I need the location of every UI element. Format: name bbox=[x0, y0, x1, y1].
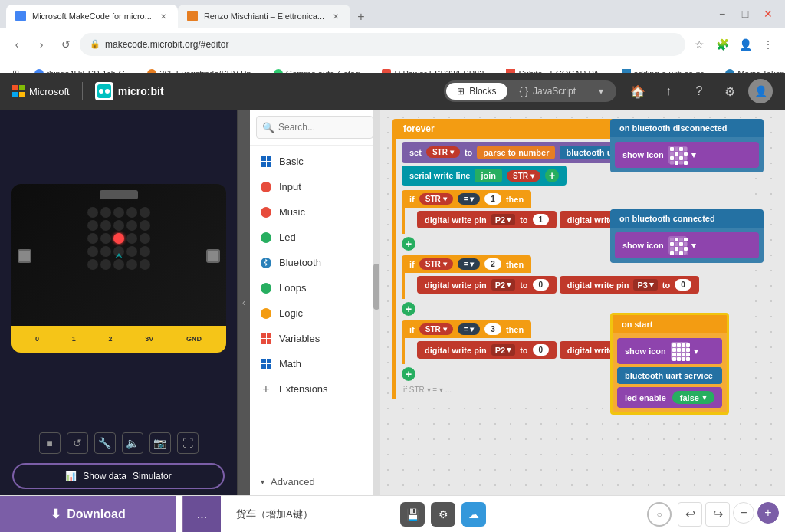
digital-write-p2-2: digital write pin P2▾ to 0 bbox=[417, 276, 557, 294]
download-button[interactable]: ⬇ Download bbox=[0, 496, 176, 533]
close-button[interactable]: ✕ bbox=[757, 3, 779, 25]
scroll-indicator bbox=[373, 110, 379, 495]
tab-inactive[interactable]: Renzo Mischianti – Elettronica... ✕ bbox=[178, 5, 350, 28]
music-icon bbox=[261, 207, 271, 218]
download-more-button[interactable]: ... bbox=[182, 496, 221, 533]
screenshot-button[interactable]: 📷 bbox=[149, 432, 171, 454]
p2-dropdown-2: P2▾ bbox=[491, 279, 515, 291]
icon-preview-start bbox=[671, 342, 689, 360]
icon-dropdown-start[interactable]: ▾ bbox=[694, 346, 698, 356]
expand-collapse-handle[interactable]: ‹ bbox=[238, 110, 250, 495]
show-data-label: Show data bbox=[83, 471, 126, 481]
board-button-a[interactable] bbox=[18, 249, 31, 263]
led-0-0 bbox=[87, 207, 98, 218]
block-editor[interactable]: forever set STR ▾ to bbox=[380, 110, 785, 495]
minimize-button[interactable]: − bbox=[711, 3, 733, 25]
sidebar-advanced[interactable]: ▾ Advanced bbox=[250, 468, 379, 495]
sidebar-item-music[interactable]: Music bbox=[250, 199, 379, 225]
javascript-mode-button[interactable]: { } JavaScript bbox=[509, 83, 586, 100]
sidebar-item-basic[interactable]: Basic bbox=[250, 149, 379, 174]
back-button[interactable]: ‹ bbox=[6, 34, 28, 55]
sidebar-item-loops[interactable]: Loops bbox=[250, 275, 379, 300]
p3-dropdown-2: P3▾ bbox=[633, 279, 657, 291]
header-divider bbox=[82, 82, 83, 100]
sidebar-item-bluetooth[interactable]: Bluetooth bbox=[250, 250, 379, 275]
board-button-b[interactable] bbox=[206, 249, 220, 263]
sidebar-item-extensions[interactable]: + Extensions bbox=[250, 376, 379, 402]
str-var-if3: STR▾ bbox=[419, 323, 453, 335]
forward-button[interactable]: › bbox=[31, 34, 52, 55]
sidebar-item-input[interactable]: Input bbox=[250, 174, 379, 199]
if-1-header: if STR▾ = ▾ 1 then bbox=[402, 190, 531, 208]
browser-controls: ‹ › ↺ 🔒 makecode.microbit.org/#editor ☆ … bbox=[0, 28, 785, 61]
save-icon[interactable]: 💾 bbox=[400, 502, 425, 527]
tab-bar: Microsoft MakeCode for micro... ✕ Renzo … bbox=[0, 0, 785, 28]
val-0-p2-2: 0 bbox=[533, 279, 550, 291]
zoom-out-button[interactable]: − bbox=[733, 502, 754, 524]
tab-close-2[interactable]: ✕ bbox=[330, 11, 341, 21]
redo-button[interactable]: ↪ bbox=[705, 502, 730, 527]
dropdown-mode-button[interactable]: ▾ bbox=[588, 83, 614, 100]
str-var-if1: STR▾ bbox=[419, 193, 453, 205]
show-icon-label-start: show icon bbox=[625, 346, 666, 356]
sidebar-item-variables[interactable]: Variables bbox=[250, 326, 379, 351]
blocks-canvas[interactable]: forever set STR ▾ to bbox=[380, 110, 785, 495]
new-tab-button[interactable]: + bbox=[350, 6, 372, 28]
join-block: join bbox=[475, 169, 502, 182]
scroll-thumb[interactable] bbox=[373, 264, 379, 310]
stop-button[interactable]: ■ bbox=[39, 432, 61, 454]
home-button[interactable]: 🏠 bbox=[626, 79, 650, 103]
bar-chart-icon: 📊 bbox=[65, 471, 77, 481]
sidebar-item-logic[interactable]: Logic bbox=[250, 300, 379, 326]
more-icon[interactable]: ⋮ bbox=[757, 34, 779, 55]
tab-close-1[interactable]: ✕ bbox=[158, 11, 169, 21]
github-icon[interactable]: ⚙ bbox=[431, 502, 455, 527]
add-branch-1[interactable]: + bbox=[402, 237, 415, 251]
add-branch-2[interactable]: + bbox=[402, 302, 415, 316]
zoom-in-button[interactable]: + bbox=[757, 502, 779, 524]
settings-button[interactable]: ⚙ bbox=[718, 79, 742, 103]
add-branch-3[interactable]: + bbox=[402, 367, 415, 381]
share-button[interactable]: ↑ bbox=[656, 79, 681, 103]
avatar[interactable]: 👤 bbox=[748, 79, 773, 103]
then-label-1: then bbox=[506, 195, 524, 204]
profile-icon[interactable]: 👤 bbox=[734, 34, 756, 55]
input-label: Input bbox=[279, 181, 301, 192]
bookmark-icon[interactable]: ☆ bbox=[688, 34, 710, 55]
parse-block: parse to number bbox=[477, 146, 555, 159]
variables-icon bbox=[261, 333, 271, 344]
extension-icon[interactable]: 🧩 bbox=[711, 34, 733, 55]
maximize-button[interactable]: □ bbox=[734, 3, 756, 25]
debug-button[interactable]: 🔧 bbox=[94, 432, 116, 454]
filename-field[interactable] bbox=[236, 508, 379, 520]
help-button[interactable]: ? bbox=[687, 79, 711, 103]
led-1-2 bbox=[113, 220, 124, 231]
fullscreen-button[interactable]: ⛶ bbox=[177, 432, 199, 454]
tab-active[interactable]: Microsoft MakeCode for micro... ✕ bbox=[6, 5, 178, 28]
show-data-button[interactable]: 📊 Show data Simulator bbox=[12, 463, 225, 489]
led-2-4 bbox=[140, 233, 150, 244]
microbit-logo-svg bbox=[107, 249, 130, 272]
on-start-block: on start show icon ▾ bbox=[610, 313, 729, 415]
sidebar-item-math[interactable]: Math bbox=[250, 351, 379, 376]
join-plus-button[interactable]: + bbox=[545, 169, 559, 182]
blocks-mode-button[interactable]: ⊞ Blocks bbox=[446, 83, 507, 100]
address-bar[interactable]: 🔒 makecode.microbit.org/#editor bbox=[80, 33, 685, 56]
led-2-0 bbox=[87, 233, 98, 244]
filename-input[interactable] bbox=[227, 508, 388, 521]
sidebar-item-led[interactable]: Led bbox=[250, 225, 379, 250]
bt-connected-header: on bluetooth connected bbox=[610, 209, 764, 228]
icon-dropdown-disconnected[interactable]: ▾ bbox=[691, 150, 696, 160]
reload-button[interactable]: ↺ bbox=[55, 34, 77, 55]
on-start-body: show icon ▾ bluetooth uart service bbox=[613, 333, 727, 412]
logic-icon bbox=[261, 308, 271, 319]
icon-dropdown-connected[interactable]: ▾ bbox=[691, 241, 696, 251]
chevron-down-icon: ▾ bbox=[599, 86, 603, 97]
undo-button[interactable]: ↩ bbox=[678, 502, 702, 527]
serial-block: serial write line join STR ▾ + bbox=[402, 166, 567, 186]
volume-button[interactable]: 🔈 bbox=[122, 432, 143, 454]
cloud-icon[interactable]: ☁ bbox=[461, 502, 486, 527]
restart-button[interactable]: ↺ bbox=[67, 432, 88, 454]
simulator-device: 0 1 2 3V GND bbox=[0, 110, 237, 426]
browser-chrome: Microsoft MakeCode for micro... ✕ Renzo … bbox=[0, 0, 785, 73]
